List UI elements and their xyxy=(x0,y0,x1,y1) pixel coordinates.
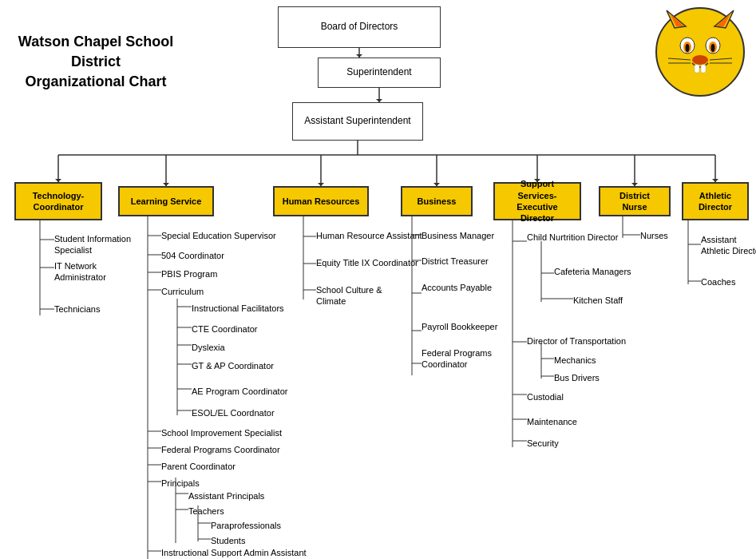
biz-sub-5: Federal Programs Coordinator xyxy=(422,347,509,371)
title-line3: Organizational Chart xyxy=(25,73,166,89)
ls-sub-18: Students xyxy=(211,535,291,546)
tech-sub-3: Technicians xyxy=(54,303,134,315)
board-of-directors-box: Board of Directors xyxy=(278,6,441,48)
ls-sub-17: Paraprofessionals xyxy=(211,520,323,531)
human-resources-box: Human Resources xyxy=(273,186,369,216)
biz-sub-1: Business Manager xyxy=(422,230,517,241)
hr-sub-1: Human Resource Assistant xyxy=(316,230,428,241)
svg-point-11 xyxy=(711,44,715,52)
learning-label: Learning Service xyxy=(131,196,202,207)
ss-sub-1: Child Nurtrition Director xyxy=(527,232,623,243)
ss-sub-6: Bus Drivers xyxy=(554,372,634,383)
business-label: Business xyxy=(418,196,457,207)
biz-sub-4: Payroll Bookkeeper xyxy=(422,321,509,332)
ls-sub-10: ESOL/EL Coordnator xyxy=(192,407,311,418)
support-label: Support Services- Executive Director xyxy=(501,178,573,224)
svg-point-10 xyxy=(686,44,690,52)
svg-rect-17 xyxy=(695,65,699,73)
technology-coordinator-box: Technology-Coordinator xyxy=(14,182,102,220)
ls-sub-12: Federal Programs Coordinator xyxy=(161,444,289,455)
ls-sub-5: Instructional Facilitators xyxy=(192,303,303,314)
ss-sub-3: Kitchen Staff xyxy=(573,295,653,306)
assistant-superintendent-box: Assistant Superintendent xyxy=(292,102,423,141)
ls-sub-8: GT & AP Coordinator xyxy=(192,360,311,371)
ls-sub-9: AE Program Coordinator xyxy=(192,386,311,397)
title-line2: District xyxy=(71,54,121,69)
ls-sub-3: PBIS Program xyxy=(161,268,257,280)
ls-sub-1: Special Education Supervisor xyxy=(161,230,285,241)
ss-sub-4: Director of Transportation xyxy=(527,335,651,347)
assistant-superintendent-label: Assistant Superintendent xyxy=(304,115,410,128)
ad-sub-2: Coaches xyxy=(701,276,756,287)
ss-sub-9: Security xyxy=(527,438,607,449)
ls-sub-13: Parent Coordinator xyxy=(161,461,273,472)
title-line1: Watson Chapel School xyxy=(18,34,173,50)
tech-sub-2: IT Network Administrator xyxy=(54,260,150,283)
ss-sub-8: Maintenance xyxy=(527,416,607,427)
athletic-director-box: Athletic Director xyxy=(682,182,749,220)
human-resources-label: Human Resources xyxy=(283,196,360,207)
ss-sub-7: Custodial xyxy=(527,391,607,402)
svg-rect-18 xyxy=(701,65,706,73)
ls-sub-15: Assistant Principals xyxy=(188,490,300,502)
biz-sub-3: Accounts Payable xyxy=(422,282,501,293)
org-chart-title: Watson Chapel School District Organizati… xyxy=(16,32,176,93)
ls-sub-2: 504 Coordinator xyxy=(161,250,265,261)
ls-sub-11: School Improvement Specialist xyxy=(161,427,289,438)
biz-sub-2: District Treasurer xyxy=(422,256,517,267)
ss-sub-5: Mechanics xyxy=(554,355,634,366)
learning-service-box: Learning Service xyxy=(118,186,214,216)
ad-sub-1: Assistant Athletic Director xyxy=(701,234,756,257)
ss-sub-2: Cafeteria Managers xyxy=(554,266,642,277)
athletic-label: Athletic Director xyxy=(690,190,741,213)
technology-label: Technology-Coordinator xyxy=(22,190,94,213)
dn-sub-1: Nurses xyxy=(640,230,704,241)
business-box: Business xyxy=(401,186,473,216)
support-services-box: Support Services- Executive Director xyxy=(493,182,581,220)
hr-sub-3: School Culture & Climate xyxy=(316,284,412,307)
board-label: Board of Directors xyxy=(321,21,398,34)
ls-sub-6: CTE Coordinator xyxy=(192,323,295,335)
ls-sub-7: Dyslexia xyxy=(192,342,271,353)
svg-point-12 xyxy=(692,55,708,65)
ls-sub-19: Instructional Support Admin Assistant xyxy=(161,547,309,558)
school-logo xyxy=(652,4,748,100)
district-nurse-box: District Nurse xyxy=(599,186,671,216)
svg-point-1 xyxy=(670,20,730,87)
superintendent-box: Superintendent xyxy=(318,57,441,88)
superintendent-label: Superintendent xyxy=(346,66,411,79)
tech-sub-1: Student Information Specialist xyxy=(54,233,150,256)
hr-sub-2: Equity Title IX Coordinator xyxy=(316,257,428,268)
district-nurse-label: District Nurse xyxy=(607,190,663,213)
ls-sub-14: Principals xyxy=(161,478,241,489)
ls-sub-4: Curriculum xyxy=(161,286,241,297)
ls-sub-16: Teachers xyxy=(188,505,268,517)
